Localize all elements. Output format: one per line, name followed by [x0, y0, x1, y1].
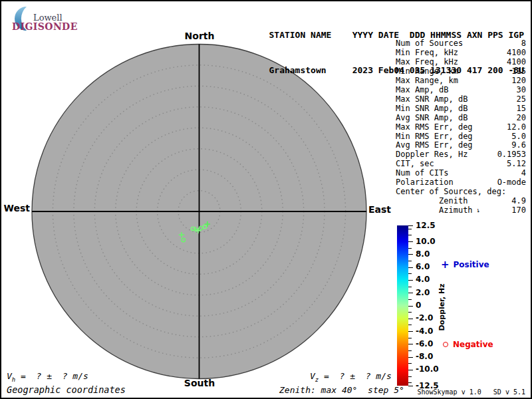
stats-value: O-mode [497, 178, 526, 188]
colorbar-major-tick [408, 370, 413, 370]
colorbar-minor-tick [408, 312, 412, 313]
stats-label: Min SNR Amp, dB [396, 104, 467, 114]
stats-value: 5.0 [511, 132, 526, 142]
stats-label: Min Freq, kHz [396, 49, 458, 58]
colorbar-tick-label: 8.0 [416, 249, 430, 259]
vh-symbol: V [7, 371, 12, 381]
colorbar-major-tick [408, 319, 413, 319]
stats-row: Max Range, km120 [396, 76, 526, 86]
colorbar-tick-label: -10.0 [416, 364, 439, 374]
stats-value: 170 [511, 206, 526, 215]
stats-value: 115 [511, 67, 526, 76]
azimuth-direction-arrow: ↑ [475, 206, 480, 216]
stats-label: Avg SNR Amp, dB [396, 114, 467, 123]
colorbar-major-tick [408, 241, 413, 242]
colorbar-minor-tick [408, 229, 412, 229]
stats-row: Min Range, km115 [396, 67, 526, 76]
compass-south-label: South [166, 378, 233, 388]
horizontal-velocity-readout: Vh = ? ± ? m/s [7, 371, 88, 383]
zenith-scale-note: Zenith: max 40° step 5° [279, 385, 404, 395]
colorbar-minor-tick [408, 382, 412, 383]
stats-label: Num of Sources [396, 39, 463, 49]
colorbar-major-tick [408, 267, 413, 268]
colorbar-major-tick [408, 225, 413, 226]
compass-east-label: East [368, 204, 391, 215]
colorbar-minor-tick [408, 235, 412, 235]
vertical-velocity-readout: Vz = ? ± ? m/s [310, 371, 392, 383]
stats-label: Azimuth [396, 206, 473, 215]
doppler-colorbar: 12.510.08.06.04.02.00-2.0-4.0-6.0-8.0-10… [397, 225, 408, 386]
coordinates-note: Geographic coordinates [7, 384, 126, 395]
stats-label: Avg RMS Err, deg [396, 141, 473, 150]
colorbar-axis-label: Doppler, Hz [438, 278, 447, 336]
colorbar-major-tick [408, 306, 413, 307]
stats-row: Center of Sources, deg: [396, 188, 526, 197]
stats-label: Max Range, km [396, 76, 458, 86]
colorbar-minor-tick [408, 261, 412, 261]
stats-label: Min Range, km [396, 67, 458, 76]
stats-row: Avg RMS Err, deg9.6 [396, 141, 526, 150]
stats-row: Min RMS Err, deg5.0 [396, 132, 526, 142]
stats-row: Num of Sources8 [396, 39, 526, 49]
stats-value: 5.12 [507, 160, 526, 169]
colorbar-major-tick [408, 280, 413, 281]
stats-value: 4 [521, 169, 526, 178]
colorbar-minor-tick [408, 325, 412, 325]
stats-row: Min Freq, kHz4100 [396, 49, 526, 58]
colorbar-minor-tick [408, 287, 412, 287]
stats-value: 4100 [507, 49, 526, 58]
colorbar-minor-tick [408, 299, 412, 300]
lowell-digisonde-logo: Lowell DIGISONDE [7, 4, 93, 32]
stats-label: Min RMS Err, deg [396, 132, 473, 142]
colorbar-minor-tick [408, 350, 412, 351]
vz-value: = ? ± ? m/s [319, 371, 392, 381]
colorbar-tick-label: -8.0 [416, 352, 433, 361]
vh-value: = ? ± ? m/s [15, 371, 88, 381]
stats-label: Max RMS Err, deg [396, 123, 473, 132]
stats-label: Max Amp, dB [396, 86, 448, 95]
legend-negative-label: Negative [453, 340, 493, 349]
stats-row: Max RMS Err, deg12.0 [396, 123, 526, 132]
stats-label: Doppler Res, Hz [396, 150, 467, 160]
legend-negative: Negative [443, 340, 493, 349]
colorbar-tick-label: -2.0 [416, 313, 433, 323]
stats-label: Max Freq, kHz [396, 58, 458, 67]
colorbar-minor-tick [408, 376, 412, 377]
stats-label: Max SNR Amp, dB [396, 95, 467, 104]
colorbar-minor-tick [408, 248, 412, 249]
stats-label: CIT, sec [396, 160, 434, 169]
stats-value: 4100 [507, 58, 526, 67]
colorbar-tick-label: -6.0 [416, 339, 433, 348]
colorbar-tick-label: 0 [416, 301, 421, 310]
stats-label: Num of CITs [396, 169, 448, 178]
stats-value: 25 [517, 95, 526, 104]
colorbar-gradient [397, 225, 408, 386]
colorbar-major-tick [408, 386, 413, 386]
software-version-note: ShowSkymap v 1.0 SD v 5.1 [417, 388, 525, 396]
skymap-window: North South West East Lowell DIGISONDE S… [0, 0, 532, 399]
stats-value: 4.9 [511, 197, 526, 206]
stats-label: Zenith [396, 197, 467, 206]
colorbar-tick-label: -4.0 [416, 327, 433, 336]
compass-north-label: North [166, 31, 233, 41]
stats-value: 9.6 [511, 141, 526, 150]
stats-label: Center of Sources, deg: [396, 188, 506, 197]
stats-value: 12.0 [507, 123, 526, 132]
stats-row: Zenith4.9 [396, 197, 526, 206]
stats-value: 15 [517, 104, 526, 114]
stats-value: 20 [517, 114, 526, 123]
compass-west-label: West [1, 203, 30, 213]
stats-row: Num of CITs4 [396, 169, 526, 178]
legend-positive: + Positive [441, 260, 489, 269]
stats-label: Polarization [396, 178, 454, 188]
stats-row: Avg SNR Amp, dB20 [396, 114, 526, 123]
colorbar-tick-label: 10.0 [416, 237, 436, 246]
colorbar-major-tick [408, 331, 413, 332]
stats-value: 0.1953 [497, 150, 526, 160]
colorbar-major-tick [408, 344, 413, 344]
vz-symbol: V [310, 371, 315, 381]
stats-row: PolarizationO-mode [396, 178, 526, 188]
measurement-stats-table: Num of Sources8Min Freq, kHz4100Max Freq… [396, 39, 526, 215]
colorbar-major-tick [408, 293, 413, 293]
colorbar-minor-tick [408, 338, 412, 338]
